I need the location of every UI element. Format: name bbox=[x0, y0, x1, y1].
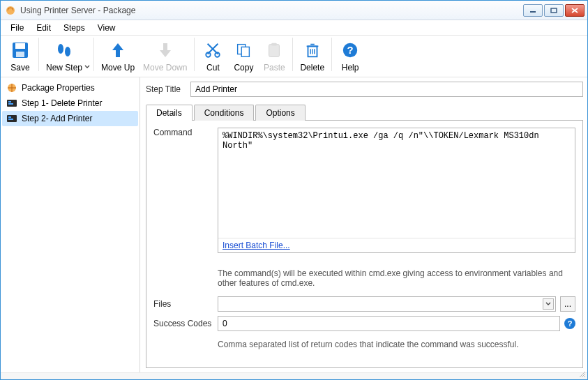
svg-rect-11 bbox=[242, 47, 250, 56]
copy-icon bbox=[233, 40, 254, 61]
command-hint: The command(s) will be executed within c… bbox=[218, 268, 575, 288]
step-icon bbox=[6, 113, 17, 124]
svg-rect-4 bbox=[15, 43, 25, 49]
toolbar-separator bbox=[194, 38, 195, 71]
footsteps-icon bbox=[54, 40, 75, 61]
close-icon bbox=[571, 8, 578, 13]
save-label: Save bbox=[10, 63, 29, 73]
svg-rect-21 bbox=[8, 116, 11, 118]
move-up-button[interactable]: Move Up bbox=[97, 35, 139, 74]
minimize-icon bbox=[529, 8, 536, 13]
tree-step-1[interactable]: Step 1- Delete Printer bbox=[2, 96, 138, 111]
clipboard-icon bbox=[264, 40, 285, 61]
tab-options[interactable]: Options bbox=[255, 105, 305, 121]
help-button[interactable]: ? Help bbox=[335, 35, 365, 74]
new-step-dropdown[interactable] bbox=[84, 35, 91, 74]
move-down-label: Move Down bbox=[143, 63, 187, 73]
tab-details[interactable]: Details bbox=[146, 105, 193, 121]
success-codes-help-button[interactable]: ? bbox=[564, 318, 575, 329]
tree-step-label: Step 1- Delete Printer bbox=[22, 98, 102, 108]
menu-steps[interactable]: Steps bbox=[58, 22, 91, 34]
chevron-down-icon bbox=[545, 301, 551, 307]
command-link-bar: Insert Batch File... bbox=[218, 238, 575, 252]
window-title: Using Printer Server - Package bbox=[20, 6, 523, 15]
chevron-down-icon bbox=[84, 64, 90, 70]
move-up-label: Move Up bbox=[101, 63, 135, 73]
toolbar-separator bbox=[38, 38, 39, 71]
minimize-button[interactable] bbox=[523, 4, 543, 17]
statusbar bbox=[1, 372, 587, 379]
maximize-icon bbox=[550, 8, 557, 13]
menubar: File Edit Steps View bbox=[1, 20, 587, 36]
files-combobox[interactable] bbox=[218, 296, 556, 312]
success-codes-row: Success Codes ? bbox=[153, 316, 575, 331]
svg-rect-1 bbox=[530, 11, 536, 13]
success-codes-label: Success Codes bbox=[153, 319, 213, 328]
step-title-label: Step Title bbox=[146, 84, 186, 94]
svg-text:?: ? bbox=[347, 45, 354, 56]
command-label: Command bbox=[153, 128, 213, 137]
titlebar: Using Printer Server - Package bbox=[1, 1, 587, 20]
svg-rect-22 bbox=[8, 119, 13, 120]
step-title-row: Step Title bbox=[146, 82, 583, 97]
toolbar: Save New Step Move Up Move Down bbox=[1, 36, 587, 77]
step-title-input[interactable] bbox=[190, 82, 583, 97]
tree-step-label: Step 2- Add Printer bbox=[22, 114, 92, 123]
menu-file[interactable]: File bbox=[5, 22, 29, 34]
scissors-icon bbox=[202, 40, 223, 61]
paste-button: Paste bbox=[259, 35, 289, 74]
maximize-button[interactable] bbox=[544, 4, 564, 17]
svg-rect-5 bbox=[16, 52, 24, 57]
files-row: Files ... bbox=[153, 296, 575, 312]
toolbar-separator bbox=[292, 38, 293, 71]
save-button[interactable]: Save bbox=[5, 35, 36, 74]
tree-step-2[interactable]: Step 2- Add Printer bbox=[2, 111, 138, 126]
command-textarea[interactable] bbox=[218, 128, 575, 238]
toolbar-separator bbox=[93, 38, 94, 71]
package-icon bbox=[6, 82, 17, 93]
svg-rect-19 bbox=[8, 103, 13, 105]
command-row: Command Insert Batch File... bbox=[153, 128, 575, 264]
step-icon bbox=[6, 98, 17, 109]
arrow-up-icon bbox=[107, 40, 128, 61]
svg-rect-2 bbox=[551, 8, 557, 13]
insert-batch-file-link[interactable]: Insert Batch File... bbox=[223, 241, 290, 250]
paste-label: Paste bbox=[264, 63, 285, 73]
files-browse-button[interactable]: ... bbox=[560, 296, 575, 312]
svg-point-7 bbox=[65, 47, 70, 56]
success-codes-hint: Comma separated list of return codes tha… bbox=[218, 340, 575, 349]
copy-button[interactable]: Copy bbox=[228, 35, 259, 74]
cut-button[interactable]: Cut bbox=[197, 35, 228, 74]
menu-edit[interactable]: Edit bbox=[31, 22, 56, 34]
tab-bar: Details Conditions Options bbox=[146, 104, 583, 121]
menu-view[interactable]: View bbox=[92, 22, 121, 34]
files-dropdown-button[interactable] bbox=[543, 298, 554, 310]
cut-label: Cut bbox=[206, 63, 220, 73]
svg-point-6 bbox=[58, 44, 63, 54]
main-panel: Step Title Details Conditions Options Co… bbox=[140, 77, 587, 372]
new-step-button[interactable]: New Step bbox=[42, 35, 86, 74]
move-down-button: Move Down bbox=[139, 35, 191, 74]
svg-rect-12 bbox=[269, 45, 280, 57]
tab-panel-details: Command Insert Batch File... The command… bbox=[146, 121, 583, 368]
resize-grip[interactable] bbox=[578, 370, 586, 378]
toolbar-separator bbox=[331, 38, 332, 71]
new-step-label: New Step bbox=[46, 63, 82, 73]
svg-rect-18 bbox=[8, 101, 11, 102]
save-icon bbox=[10, 40, 31, 61]
delete-button[interactable]: Delete bbox=[296, 35, 329, 74]
tab-conditions[interactable]: Conditions bbox=[194, 105, 255, 121]
files-label: Files bbox=[153, 299, 213, 309]
arrow-down-icon bbox=[155, 40, 176, 61]
app-icon bbox=[5, 5, 16, 16]
trash-icon bbox=[302, 40, 323, 61]
window-controls bbox=[523, 4, 585, 17]
success-codes-input[interactable] bbox=[218, 316, 560, 331]
tree-root[interactable]: Package Properties bbox=[2, 80, 138, 96]
sidebar: Package Properties Step 1- Delete Printe… bbox=[1, 77, 140, 372]
body-area: Package Properties Step 1- Delete Printe… bbox=[1, 77, 587, 372]
delete-label: Delete bbox=[300, 63, 324, 73]
help-label: Help bbox=[342, 63, 359, 73]
close-button[interactable] bbox=[565, 4, 585, 17]
svg-rect-13 bbox=[272, 43, 277, 46]
